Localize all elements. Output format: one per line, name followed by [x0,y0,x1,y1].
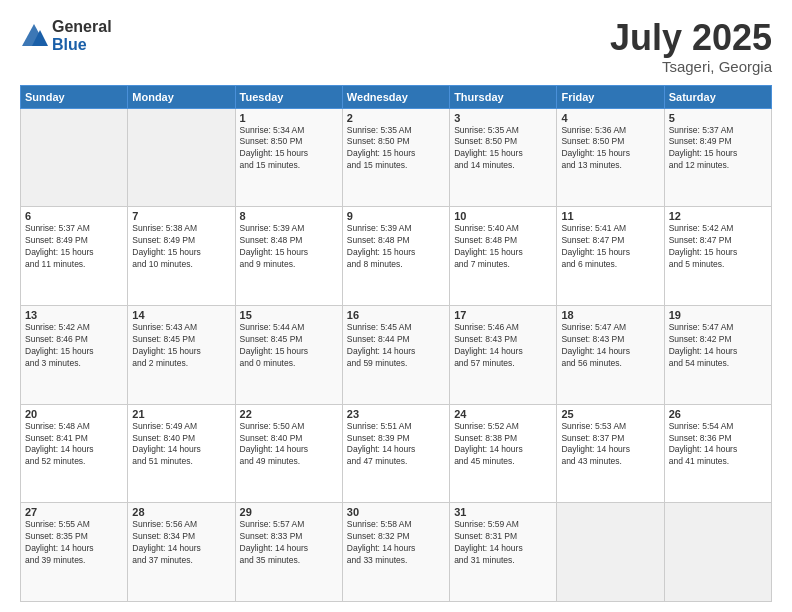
calendar-week-3: 13Sunrise: 5:42 AM Sunset: 8:46 PM Dayli… [21,305,772,404]
day-info: Sunrise: 5:54 AM Sunset: 8:36 PM Dayligh… [669,421,767,469]
header-friday: Friday [557,85,664,108]
header: General Blue July 2025 Tsageri, Georgia [20,18,772,75]
logo-icon [20,22,48,50]
day-number: 20 [25,408,123,420]
calendar-week-5: 27Sunrise: 5:55 AM Sunset: 8:35 PM Dayli… [21,503,772,602]
day-info: Sunrise: 5:35 AM Sunset: 8:50 PM Dayligh… [454,125,552,173]
day-info: Sunrise: 5:46 AM Sunset: 8:43 PM Dayligh… [454,322,552,370]
day-number: 21 [132,408,230,420]
day-number: 12 [669,210,767,222]
day-info: Sunrise: 5:42 AM Sunset: 8:46 PM Dayligh… [25,322,123,370]
calendar-week-2: 6Sunrise: 5:37 AM Sunset: 8:49 PM Daylig… [21,207,772,306]
header-wednesday: Wednesday [342,85,449,108]
calendar-cell: 26Sunrise: 5:54 AM Sunset: 8:36 PM Dayli… [664,404,771,503]
calendar-cell: 24Sunrise: 5:52 AM Sunset: 8:38 PM Dayli… [450,404,557,503]
day-number: 1 [240,112,338,124]
day-number: 18 [561,309,659,321]
weekday-header-row: Sunday Monday Tuesday Wednesday Thursday… [21,85,772,108]
calendar-cell [21,108,128,207]
day-info: Sunrise: 5:52 AM Sunset: 8:38 PM Dayligh… [454,421,552,469]
calendar-cell: 11Sunrise: 5:41 AM Sunset: 8:47 PM Dayli… [557,207,664,306]
day-info: Sunrise: 5:34 AM Sunset: 8:50 PM Dayligh… [240,125,338,173]
calendar-cell: 29Sunrise: 5:57 AM Sunset: 8:33 PM Dayli… [235,503,342,602]
day-number: 10 [454,210,552,222]
day-number: 13 [25,309,123,321]
day-number: 27 [25,506,123,518]
calendar-cell: 10Sunrise: 5:40 AM Sunset: 8:48 PM Dayli… [450,207,557,306]
day-info: Sunrise: 5:44 AM Sunset: 8:45 PM Dayligh… [240,322,338,370]
calendar-cell: 12Sunrise: 5:42 AM Sunset: 8:47 PM Dayli… [664,207,771,306]
day-info: Sunrise: 5:48 AM Sunset: 8:41 PM Dayligh… [25,421,123,469]
calendar-cell: 16Sunrise: 5:45 AM Sunset: 8:44 PM Dayli… [342,305,449,404]
day-info: Sunrise: 5:38 AM Sunset: 8:49 PM Dayligh… [132,223,230,271]
day-number: 5 [669,112,767,124]
calendar-cell: 23Sunrise: 5:51 AM Sunset: 8:39 PM Dayli… [342,404,449,503]
day-info: Sunrise: 5:37 AM Sunset: 8:49 PM Dayligh… [669,125,767,173]
calendar-cell: 21Sunrise: 5:49 AM Sunset: 8:40 PM Dayli… [128,404,235,503]
header-monday: Monday [128,85,235,108]
title-block: July 2025 Tsageri, Georgia [610,18,772,75]
day-info: Sunrise: 5:58 AM Sunset: 8:32 PM Dayligh… [347,519,445,567]
day-number: 9 [347,210,445,222]
day-number: 4 [561,112,659,124]
calendar-cell: 18Sunrise: 5:47 AM Sunset: 8:43 PM Dayli… [557,305,664,404]
calendar-cell: 3Sunrise: 5:35 AM Sunset: 8:50 PM Daylig… [450,108,557,207]
day-info: Sunrise: 5:55 AM Sunset: 8:35 PM Dayligh… [25,519,123,567]
day-info: Sunrise: 5:42 AM Sunset: 8:47 PM Dayligh… [669,223,767,271]
day-number: 6 [25,210,123,222]
day-number: 23 [347,408,445,420]
day-number: 7 [132,210,230,222]
calendar-cell: 1Sunrise: 5:34 AM Sunset: 8:50 PM Daylig… [235,108,342,207]
day-info: Sunrise: 5:41 AM Sunset: 8:47 PM Dayligh… [561,223,659,271]
location: Tsageri, Georgia [610,58,772,75]
day-number: 2 [347,112,445,124]
calendar-cell: 22Sunrise: 5:50 AM Sunset: 8:40 PM Dayli… [235,404,342,503]
day-number: 17 [454,309,552,321]
day-number: 15 [240,309,338,321]
page: General Blue July 2025 Tsageri, Georgia … [0,0,792,612]
day-info: Sunrise: 5:47 AM Sunset: 8:43 PM Dayligh… [561,322,659,370]
calendar-cell: 27Sunrise: 5:55 AM Sunset: 8:35 PM Dayli… [21,503,128,602]
day-number: 26 [669,408,767,420]
calendar-cell: 20Sunrise: 5:48 AM Sunset: 8:41 PM Dayli… [21,404,128,503]
day-info: Sunrise: 5:37 AM Sunset: 8:49 PM Dayligh… [25,223,123,271]
calendar-cell: 14Sunrise: 5:43 AM Sunset: 8:45 PM Dayli… [128,305,235,404]
logo-blue-text: Blue [52,36,112,54]
day-number: 28 [132,506,230,518]
day-info: Sunrise: 5:39 AM Sunset: 8:48 PM Dayligh… [347,223,445,271]
day-info: Sunrise: 5:51 AM Sunset: 8:39 PM Dayligh… [347,421,445,469]
calendar-week-4: 20Sunrise: 5:48 AM Sunset: 8:41 PM Dayli… [21,404,772,503]
calendar-table: Sunday Monday Tuesday Wednesday Thursday… [20,85,772,602]
day-number: 29 [240,506,338,518]
day-info: Sunrise: 5:49 AM Sunset: 8:40 PM Dayligh… [132,421,230,469]
calendar-week-1: 1Sunrise: 5:34 AM Sunset: 8:50 PM Daylig… [21,108,772,207]
day-number: 31 [454,506,552,518]
day-info: Sunrise: 5:45 AM Sunset: 8:44 PM Dayligh… [347,322,445,370]
header-thursday: Thursday [450,85,557,108]
calendar-cell [664,503,771,602]
day-info: Sunrise: 5:43 AM Sunset: 8:45 PM Dayligh… [132,322,230,370]
day-info: Sunrise: 5:50 AM Sunset: 8:40 PM Dayligh… [240,421,338,469]
day-info: Sunrise: 5:59 AM Sunset: 8:31 PM Dayligh… [454,519,552,567]
day-number: 11 [561,210,659,222]
calendar-cell: 5Sunrise: 5:37 AM Sunset: 8:49 PM Daylig… [664,108,771,207]
calendar-cell: 13Sunrise: 5:42 AM Sunset: 8:46 PM Dayli… [21,305,128,404]
day-info: Sunrise: 5:35 AM Sunset: 8:50 PM Dayligh… [347,125,445,173]
calendar-cell: 6Sunrise: 5:37 AM Sunset: 8:49 PM Daylig… [21,207,128,306]
day-number: 24 [454,408,552,420]
logo-general-text: General [52,18,112,36]
calendar-cell: 19Sunrise: 5:47 AM Sunset: 8:42 PM Dayli… [664,305,771,404]
calendar-cell: 2Sunrise: 5:35 AM Sunset: 8:50 PM Daylig… [342,108,449,207]
calendar-cell: 25Sunrise: 5:53 AM Sunset: 8:37 PM Dayli… [557,404,664,503]
month-title: July 2025 [610,18,772,58]
day-info: Sunrise: 5:47 AM Sunset: 8:42 PM Dayligh… [669,322,767,370]
calendar-cell: 15Sunrise: 5:44 AM Sunset: 8:45 PM Dayli… [235,305,342,404]
calendar-cell [128,108,235,207]
calendar-cell: 9Sunrise: 5:39 AM Sunset: 8:48 PM Daylig… [342,207,449,306]
calendar-cell: 4Sunrise: 5:36 AM Sunset: 8:50 PM Daylig… [557,108,664,207]
day-number: 8 [240,210,338,222]
day-info: Sunrise: 5:36 AM Sunset: 8:50 PM Dayligh… [561,125,659,173]
day-number: 16 [347,309,445,321]
day-info: Sunrise: 5:56 AM Sunset: 8:34 PM Dayligh… [132,519,230,567]
header-saturday: Saturday [664,85,771,108]
